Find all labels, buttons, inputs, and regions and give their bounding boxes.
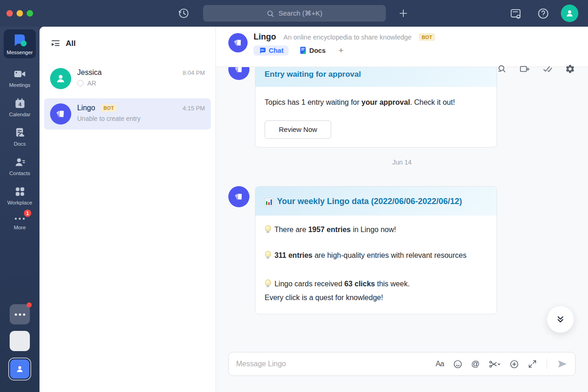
status-circle-icon (77, 80, 84, 86)
sidebar-item-more[interactable]: 1 More (0, 215, 40, 230)
expand-icon[interactable] (528, 359, 537, 369)
lingo-cards-icon (55, 108, 67, 120)
message-list[interactable]: Entry waiting for approval Topics has 1 … (216, 67, 588, 352)
tab-label: Chat (269, 47, 283, 54)
sidebar-item-label: Meetings (9, 82, 31, 88)
conversation-preview: AR (87, 80, 96, 87)
plus-circle-icon[interactable] (509, 359, 519, 369)
pinned-app-profile-selected[interactable] (8, 358, 31, 381)
docs-tab-icon (300, 46, 306, 54)
conversation-filter[interactable]: All (40, 27, 215, 48)
help-icon[interactable] (537, 7, 549, 20)
bot-badge: BOT (101, 104, 117, 112)
screenshot-scissors-icon[interactable] (488, 359, 501, 369)
conversation-time: 8:04 PM (183, 69, 205, 76)
conversation-name: Jessica (77, 68, 102, 77)
send-icon[interactable] (557, 358, 568, 369)
sidebar-item-contacts[interactable]: Contacts (0, 156, 40, 176)
conversation-items: Jessica 8:04 PM AR (40, 63, 215, 130)
app-window: Search (⌘+K) (0, 0, 588, 392)
bot-badge: BOT (419, 33, 435, 41)
svg-text:4: 4 (18, 102, 21, 107)
message-avatar[interactable] (228, 186, 249, 207)
new-chat-icon[interactable] (398, 8, 409, 19)
more-badge: 1 (24, 210, 31, 217)
sidebar-item-label: Workplace (7, 200, 32, 205)
avatar (50, 68, 71, 89)
app-sidebar: Messenger Meetings 4 Calendar (0, 27, 40, 392)
card-title: Your weekly Lingo data (2022/06/06-2022/… (265, 194, 487, 209)
chat-tabs: Chat Docs + (254, 45, 588, 56)
message-input[interactable] (236, 360, 435, 368)
emoji-icon[interactable] (453, 359, 463, 369)
weekly-data-card: Your weekly Lingo data (2022/06/06-2022/… (255, 186, 497, 314)
sidebar-item-workplace[interactable]: Workplace (0, 186, 40, 205)
minimize-button[interactable] (17, 10, 23, 17)
card-header: Entry waiting for approval (255, 67, 497, 87)
conversation-lingo[interactable]: Lingo BOT 4:15 PM Unable to create entry (44, 98, 211, 130)
sidebar-item-meetings[interactable]: Meetings (0, 68, 40, 88)
card-title: Entry waiting for approval (265, 68, 487, 80)
chat-header: Lingo An online encyclopedia to share kn… (216, 27, 588, 67)
bulb-icon (265, 225, 271, 233)
chat-bubble-icon (259, 47, 266, 54)
sidebar-item-label: Calendar (9, 112, 31, 117)
filter-list-icon (51, 40, 60, 48)
messenger-icon (12, 33, 28, 48)
scroll-to-bottom-button[interactable] (547, 306, 574, 333)
message-weekly-data: Your weekly Lingo data (2022/06/06-2022/… (228, 186, 576, 314)
sidebar-item-messenger[interactable]: Messenger (4, 29, 36, 58)
text-format-icon[interactable]: Aa (435, 360, 444, 368)
contacts-icon (14, 156, 26, 168)
bulb-icon (265, 251, 271, 259)
composer-area: Aa @ (216, 352, 588, 392)
person-icon (55, 73, 67, 85)
message-approval: Entry waiting for approval Topics has 1 … (228, 67, 576, 148)
conversation-preview: Unable to create entry (77, 115, 141, 122)
card-body: Topics has 1 entry waiting for your appr… (255, 87, 497, 147)
lingo-cards-icon (233, 191, 245, 203)
search-icon (266, 10, 274, 17)
tab-docs[interactable]: Docs (297, 45, 328, 56)
review-now-button[interactable]: Review Now (265, 120, 331, 139)
message-avatar[interactable] (228, 67, 249, 80)
chat-avatar[interactable] (228, 33, 248, 52)
person-icon (565, 8, 575, 18)
conversation-time: 4:15 PM (183, 105, 205, 112)
sidebar-item-label: Contacts (9, 170, 30, 176)
sidebar-item-docs[interactable]: Docs (0, 127, 40, 147)
zoom-button[interactable] (27, 10, 33, 17)
conversation-jessica[interactable]: Jessica 8:04 PM AR (44, 63, 211, 94)
pinned-app-more[interactable] (10, 304, 30, 324)
mention-icon[interactable]: @ (471, 359, 480, 369)
sidebar-item-calendar[interactable]: 4 Calendar (0, 97, 40, 117)
global-search-input[interactable]: Search (⌘+K) (203, 5, 386, 22)
calendar-icon: 4 (14, 97, 26, 109)
card-header: Your weekly Lingo data (2022/06/06-2022/… (255, 187, 497, 216)
card-body: There are 1957 entries in Lingo now! 311… (255, 216, 497, 314)
pinned-app-placeholder[interactable] (10, 331, 30, 351)
profile-avatar[interactable] (561, 5, 578, 22)
sidebar-bottom-apps (0, 304, 40, 381)
card-text: 311 entries are high-quality entries wit… (265, 249, 487, 262)
main-content: All Jessica 8:04 PM (40, 27, 588, 392)
history-icon[interactable] (177, 7, 190, 20)
video-camera-icon (13, 68, 26, 80)
card-text: There are 1957 entries in Lingo now! (265, 223, 487, 237)
toolbar-divider (547, 359, 547, 369)
notification-dot (27, 302, 32, 307)
workplace-grid-icon (14, 186, 26, 198)
chat-panel: Lingo An online encyclopedia to share kn… (216, 27, 588, 392)
filter-label: All (66, 39, 76, 48)
bulb-icon (265, 279, 271, 288)
add-tab-icon[interactable]: + (337, 45, 345, 56)
chat-subtitle: An online encyclopedia to share knowledg… (283, 34, 412, 41)
traffic-lights (6, 10, 33, 17)
sidebar-item-label: More (14, 225, 26, 230)
docs-icon (14, 127, 26, 139)
date-divider: Jun 14 (228, 159, 576, 166)
person-icon (15, 364, 25, 374)
close-button[interactable] (6, 10, 13, 17)
tab-chat[interactable]: Chat (254, 45, 288, 56)
notifications-icon[interactable] (509, 7, 523, 20)
